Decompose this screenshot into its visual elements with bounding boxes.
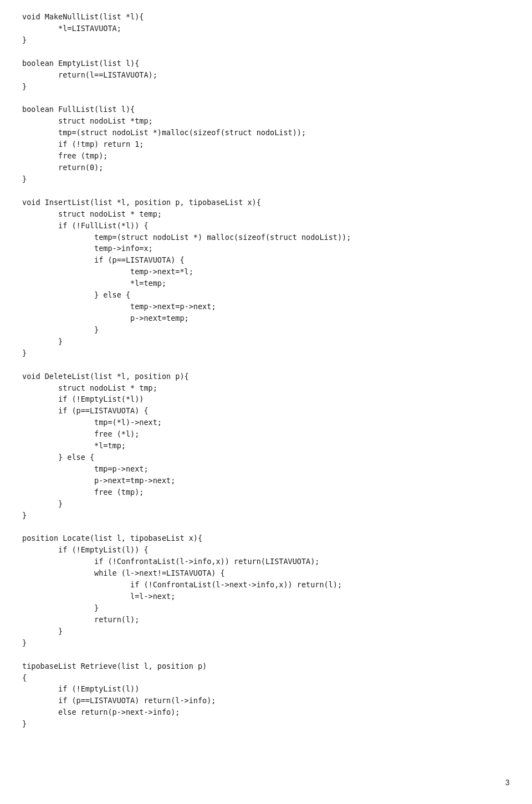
code-content: void MakeNullList(list *l){ *l=LISTAVUOT… — [22, 11, 510, 730]
page: void MakeNullList(list *l){ *l=LISTAVUOT… — [0, 0, 532, 804]
page-number: 3 — [505, 779, 510, 787]
